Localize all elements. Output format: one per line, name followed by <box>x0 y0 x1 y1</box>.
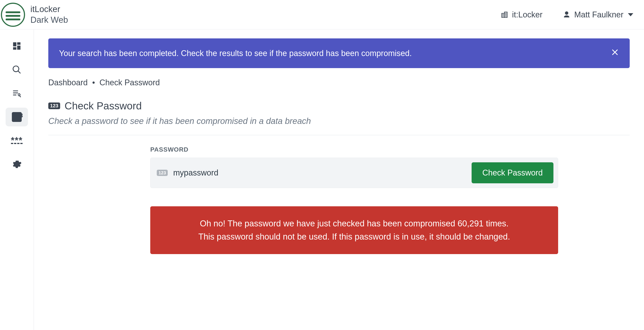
breadcrumb: Dashboard • Check Password <box>48 78 630 87</box>
sidebar-item-list-search[interactable] <box>6 84 28 103</box>
page-title-row: 123 Check Password <box>48 100 630 112</box>
app-subtitle: Dark Web <box>30 15 68 25</box>
brand: itLocker Dark Web <box>0 3 68 27</box>
brand-text: itLocker Dark Web <box>30 4 68 25</box>
sidebar-item-dashboard[interactable] <box>6 37 28 55</box>
list-search-icon <box>12 88 22 98</box>
user-name: Matt Faulkner <box>574 10 624 19</box>
org-label: it:Locker <box>512 10 542 19</box>
password-form: PASSWORD 123 Check Password Oh no! The p… <box>150 146 558 254</box>
app-header: itLocker Dark Web it:Locker Matt Faulkne… <box>0 0 644 29</box>
banner-message: Your search has been completed. Check th… <box>59 49 412 58</box>
asterisks-icon: *** <box>11 138 23 144</box>
breadcrumb-root[interactable]: Dashboard <box>48 78 88 87</box>
main-content: Your search has been completed. Check th… <box>34 29 644 330</box>
password-input-row: 123 Check Password <box>150 158 558 188</box>
close-icon <box>611 48 619 56</box>
breadcrumb-current: Check Password <box>100 78 160 87</box>
password-input[interactable] <box>173 168 466 177</box>
header-right: it:Locker Matt Faulkner <box>500 10 633 19</box>
app-title: itLocker <box>30 4 68 15</box>
org-switcher[interactable]: it:Locker <box>500 10 542 19</box>
divider <box>48 135 630 135</box>
123-badge-icon: 123 <box>12 112 22 122</box>
breadcrumb-separator: • <box>92 78 95 87</box>
chevron-down-icon <box>628 13 633 16</box>
sidebar-item-settings[interactable] <box>6 155 28 174</box>
search-icon <box>12 65 22 75</box>
123-badge-icon: 123 <box>157 170 168 176</box>
brand-logo-icon <box>1 3 25 27</box>
sidebar: 123 *** <box>0 29 34 330</box>
sidebar-item-check-password[interactable]: 123 <box>6 108 28 126</box>
result-line-1: Oh no! The password we have just checked… <box>159 217 549 230</box>
gear-icon <box>12 160 22 169</box>
check-password-button[interactable]: Check Password <box>472 162 554 183</box>
result-line-2: This password should not be used. If thi… <box>159 230 549 243</box>
result-alert: Oh no! The password we have just checked… <box>150 206 558 254</box>
sidebar-item-passwords[interactable]: *** <box>6 131 28 150</box>
sidebar-item-search[interactable] <box>6 60 28 79</box>
dashboard-icon <box>12 41 22 51</box>
123-badge-icon: 123 <box>48 103 60 109</box>
info-banner: Your search has been completed. Check th… <box>48 38 630 68</box>
building-icon <box>500 11 508 19</box>
user-menu[interactable]: Matt Faulkner <box>562 10 633 19</box>
page-description: Check a password to see if it has been c… <box>48 116 630 126</box>
person-icon <box>562 11 571 19</box>
page-title: Check Password <box>64 100 142 112</box>
password-label: PASSWORD <box>150 146 558 153</box>
banner-close-button[interactable] <box>611 48 619 58</box>
